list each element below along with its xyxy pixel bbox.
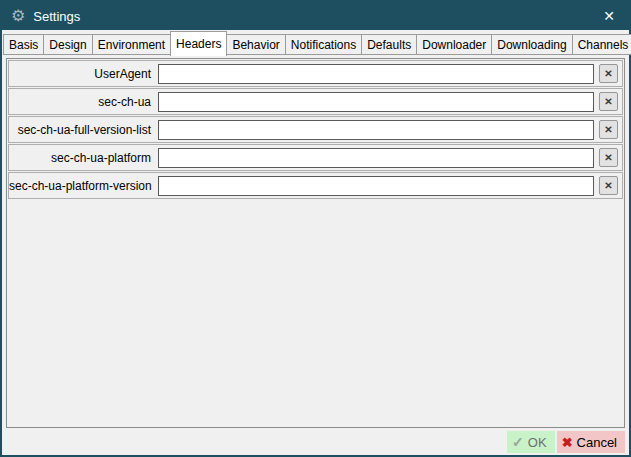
tab-bar: Basis Design Environment Headers Behavio… — [2, 30, 629, 55]
field-row-sec-ch-ua-full-version-list: sec-ch-ua-full-version-list ✕ — [8, 116, 623, 143]
tab-behavior[interactable]: Behavior — [226, 34, 285, 55]
sec-ch-ua-platform-label: sec-ch-ua-platform — [9, 151, 158, 165]
tab-downloader[interactable]: Downloader — [416, 34, 492, 55]
red-x-icon: ✖ — [562, 435, 573, 450]
tab-design[interactable]: Design — [43, 34, 92, 55]
title-bar: ⚙ Settings ✕ — [2, 2, 629, 30]
sec-ch-ua-platform-version-label: sec-ch-ua-platform-version — [9, 179, 158, 193]
clear-sec-ch-ua-full-version-list-icon[interactable]: ✕ — [599, 120, 618, 139]
tab-headers[interactable]: Headers — [170, 31, 227, 56]
headers-panel: UserAgent ✕ sec-ch-ua ✕ sec-ch-ua-full-v… — [6, 58, 625, 428]
sec-ch-ua-full-version-list-label: sec-ch-ua-full-version-list — [9, 123, 158, 137]
sec-ch-ua-input[interactable] — [158, 92, 594, 112]
field-row-sec-ch-ua: sec-ch-ua ✕ — [8, 88, 623, 115]
window-title: Settings — [33, 9, 80, 24]
footer-button-bar: ✓ OK ✖ Cancel — [2, 429, 629, 455]
tab-defaults[interactable]: Defaults — [361, 34, 417, 55]
field-row-sec-ch-ua-platform-version: sec-ch-ua-platform-version ✕ — [8, 172, 623, 199]
field-row-useragent: UserAgent ✕ — [8, 60, 623, 87]
gear-icon: ⚙ — [11, 8, 25, 24]
sec-ch-ua-platform-input[interactable] — [158, 148, 594, 168]
tab-channels[interactable]: Channels — [572, 34, 631, 55]
settings-window: ⚙ Settings ✕ Basis Design Environment He… — [0, 0, 631, 457]
sec-ch-ua-full-version-list-input[interactable] — [158, 120, 594, 140]
tab-notifications[interactable]: Notifications — [285, 34, 362, 55]
clear-sec-ch-ua-platform-version-icon[interactable]: ✕ — [599, 176, 618, 195]
tab-environment[interactable]: Environment — [92, 34, 171, 55]
close-icon[interactable]: ✕ — [589, 2, 629, 30]
ok-button-label: OK — [528, 435, 547, 450]
clear-useragent-icon[interactable]: ✕ — [599, 64, 618, 83]
sec-ch-ua-label: sec-ch-ua — [9, 95, 158, 109]
check-icon: ✓ — [512, 434, 524, 450]
ok-button[interactable]: ✓ OK — [507, 431, 555, 453]
useragent-label: UserAgent — [9, 67, 158, 81]
tab-downloading[interactable]: Downloading — [491, 34, 572, 55]
field-row-sec-ch-ua-platform: sec-ch-ua-platform ✕ — [8, 144, 623, 171]
headers-tab-content: UserAgent ✕ sec-ch-ua ✕ sec-ch-ua-full-v… — [2, 55, 629, 429]
tab-basis[interactable]: Basis — [3, 34, 44, 55]
clear-sec-ch-ua-icon[interactable]: ✕ — [599, 92, 618, 111]
sec-ch-ua-platform-version-input[interactable] — [158, 176, 594, 196]
cancel-button-label: Cancel — [577, 435, 617, 450]
useragent-input[interactable] — [158, 64, 594, 84]
cancel-button[interactable]: ✖ Cancel — [557, 431, 625, 453]
clear-sec-ch-ua-platform-icon[interactable]: ✕ — [599, 148, 618, 167]
